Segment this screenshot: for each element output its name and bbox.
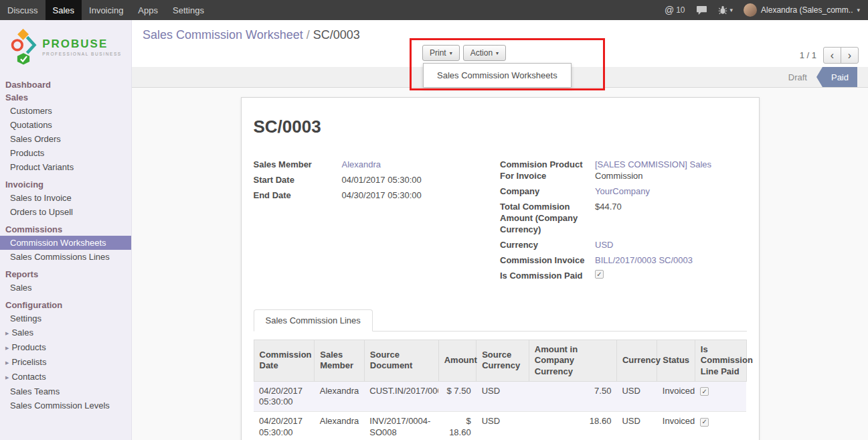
start-date-value: 04/01/2017 05:30:00 xyxy=(342,174,422,186)
currency-label: Currency xyxy=(500,239,595,250)
mentions-button[interactable]: @ 10 xyxy=(665,5,685,15)
action-button[interactable]: Action ▾ xyxy=(463,45,506,61)
sidebar-header-reports[interactable]: Reports xyxy=(0,268,131,281)
start-date-label: Start Date xyxy=(254,174,342,186)
commission-invoice-link[interactable]: BILL/2017/0003 SC/0003 xyxy=(595,254,693,266)
caret-down-icon: ▾ xyxy=(857,7,860,13)
col-source-currency: Source Currency xyxy=(476,340,529,382)
cell-source-currency: USD xyxy=(476,381,529,412)
cell-amount: $ 18.60 xyxy=(438,412,476,440)
sidebar-item-sales-orders[interactable]: Sales Orders xyxy=(0,132,131,146)
pager-next-button[interactable]: › xyxy=(841,47,859,64)
top-navbar: Discuss Sales Invoicing Apps Settings @ … xyxy=(0,0,868,20)
table-row[interactable]: 04/20/2017 05:30:00 Alexandra CUST.IN/20… xyxy=(254,381,746,412)
cell-source-document: INV/2017/0004-SO008 xyxy=(364,412,438,440)
col-source-document: Source Document xyxy=(364,340,438,382)
sidebar-item-quotations[interactable]: Quotations xyxy=(0,118,131,132)
nav-item-apps[interactable]: Apps xyxy=(131,0,165,20)
sidebar-item-config-products[interactable]: ▶Products xyxy=(0,340,131,355)
breadcrumb-parent-link[interactable]: Sales Commission Worksheet xyxy=(143,28,303,42)
sidebar-item-commission-worksheets[interactable]: Commission Worksheets xyxy=(0,236,131,250)
sidebar-header-invoicing[interactable]: Invoicing xyxy=(0,178,131,191)
statusbar-state-draft[interactable]: Draft xyxy=(780,67,816,87)
bug-icon xyxy=(718,5,727,15)
sidebar-item-dashboard[interactable]: Dashboard xyxy=(0,78,131,91)
pager-prev-button[interactable]: ‹ xyxy=(823,47,841,64)
cell-line-paid: ✓ xyxy=(695,412,746,440)
sidebar-item-orders-to-upsell[interactable]: Orders to Upsell xyxy=(0,205,131,219)
sidebar-item-settings[interactable]: Settings xyxy=(0,311,131,325)
sidebar-item-label: Sales xyxy=(11,327,33,338)
user-menu[interactable]: Alexandra (Sales_comm.. ▾ xyxy=(744,3,860,17)
cell-source-document: CUST.IN/2017/0001 xyxy=(364,381,438,412)
cell-commission-date: 04/20/2017 05:30:00 xyxy=(254,381,315,412)
caret-down-icon: ▾ xyxy=(450,50,452,56)
cell-amount-company: 18.60 xyxy=(529,412,616,440)
logo-subtitle: PROFESSIONAL BUSINESS xyxy=(42,52,122,56)
print-button[interactable]: Print ▾ Sales Commission Worksheets xyxy=(422,45,460,61)
commission-product-link[interactable]: [SALES COMMISSION] Sales xyxy=(595,159,711,170)
cell-sales-member: Alexandra xyxy=(315,412,365,440)
content-area: Sales Commission Worksheet / SC/0003 Pri… xyxy=(132,20,868,440)
debug-menu-button[interactable]: ▾ xyxy=(718,5,733,15)
caret-down-icon: ▾ xyxy=(496,50,499,56)
cell-sales-member: Alexandra xyxy=(315,381,365,412)
col-sales-member: Sales Member xyxy=(315,340,365,382)
total-commission-label: Total Commision Amount (Company Currency… xyxy=(500,201,595,235)
expand-caret-icon: ▶ xyxy=(5,331,9,336)
sidebar-item-reports-sales[interactable]: Sales xyxy=(0,281,131,295)
form-sheet: SC/0003 Sales Member Alexandra Start Dat… xyxy=(241,97,760,440)
commission-product-label: Commision Product For Invoice xyxy=(500,159,595,181)
line-paid-checkbox: ✓ xyxy=(700,387,709,396)
sidebar-item-customers[interactable]: Customers xyxy=(0,104,131,118)
start-date-field: Start Date 04/01/2017 05:30:00 xyxy=(254,174,501,186)
col-commission-date: Commission Date xyxy=(254,340,315,382)
table-row[interactable]: 04/20/2017 05:30:00 Alexandra INV/2017/0… xyxy=(254,412,746,440)
sidebar-item-product-variants[interactable]: Product Variants xyxy=(0,160,131,174)
sidebar-item-config-contacts[interactable]: ▶Contacts xyxy=(0,370,131,384)
cell-line-paid: ✓ xyxy=(695,381,746,412)
messages-button[interactable] xyxy=(696,5,707,15)
end-date-field: End Date 04/30/2017 05:30:00 xyxy=(254,190,501,201)
cell-currency: USD xyxy=(616,412,657,440)
logo-title: PROBUSE xyxy=(42,38,122,50)
sales-member-label: Sales Member xyxy=(254,159,342,170)
sidebar-item-sales-commissions-lines[interactable]: Sales Commissions Lines xyxy=(0,250,131,264)
sidebar-header-configuration[interactable]: Configuration xyxy=(0,299,131,311)
sidebar-item-sales-to-invoice[interactable]: Sales to Invoice xyxy=(0,191,131,205)
nav-item-sales[interactable]: Sales xyxy=(46,0,82,20)
avatar xyxy=(744,3,757,17)
end-date-value: 04/30/2017 05:30:00 xyxy=(342,190,422,201)
sidebar-item-config-pricelists[interactable]: ▶Pricelists xyxy=(0,355,131,370)
mention-count: 10 xyxy=(676,5,685,15)
tab-sales-commission-lines[interactable]: Sales Commission Lines xyxy=(254,309,373,332)
dropdown-item-sales-commission-worksheets[interactable]: Sales Commission Worksheets xyxy=(424,66,571,84)
chevron-left-icon: ‹ xyxy=(831,50,834,62)
probuse-logo-icon xyxy=(9,29,37,65)
sidebar-item-sales-teams[interactable]: Sales Teams xyxy=(0,384,131,398)
sidebar-item-products[interactable]: Products xyxy=(0,146,131,160)
total-commission-field: Total Commision Amount (Company Currency… xyxy=(500,201,747,235)
sales-member-link[interactable]: Alexandra xyxy=(342,159,381,170)
nav-item-invoicing[interactable]: Invoicing xyxy=(82,0,131,20)
pager: 1 / 1 ‹ › xyxy=(800,47,859,64)
sidebar-header-sales[interactable]: Sales xyxy=(0,91,131,104)
sidebar-header-commissions[interactable]: Commissions xyxy=(0,223,131,236)
cell-currency: USD xyxy=(616,381,657,412)
sidebar-item-label: Contacts xyxy=(11,372,46,382)
statusbar-state-paid[interactable]: Paid xyxy=(822,67,857,87)
nav-item-settings[interactable]: Settings xyxy=(165,0,211,20)
currency-link[interactable]: USD xyxy=(595,239,613,250)
sidebar-item-sales-commission-levels[interactable]: Sales Commission Levels xyxy=(0,398,131,413)
statusbar: Draft Paid xyxy=(780,67,857,87)
nav-item-discuss[interactable]: Discuss xyxy=(0,0,46,20)
company-link[interactable]: YourCompany xyxy=(595,186,650,197)
is-commission-paid-label: Is Commission Paid xyxy=(500,270,595,281)
record-title: SC/0003 xyxy=(254,117,747,137)
sidebar-item-config-sales[interactable]: ▶Sales xyxy=(0,325,131,340)
cell-amount-company: 7.50 xyxy=(529,381,616,412)
app-menu: Discuss Sales Invoicing Apps Settings xyxy=(0,0,211,20)
chevron-right-icon: › xyxy=(848,50,851,62)
sidebar-item-label: Products xyxy=(11,342,46,352)
cell-commission-date: 04/20/2017 05:30:00 xyxy=(254,412,315,440)
